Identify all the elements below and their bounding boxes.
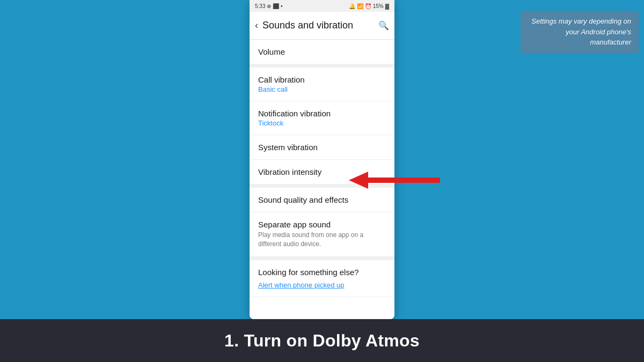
- status-icons: ⊕ ⬛ •: [267, 3, 282, 9]
- search-icon[interactable]: 🔍: [378, 20, 389, 31]
- notification-vibration-subtitle: Ticktock: [258, 119, 386, 127]
- status-bar: 5:33 ⊕ ⬛ • 🔔 📶 ⏰ 15% ▓: [250, 0, 394, 12]
- disclaimer-box: Settings may vary depending on your Andr…: [521, 11, 639, 53]
- looking-title: Looking for something else?: [258, 268, 386, 277]
- separate-app-sound-desc: Play media sound from one app on a diffe…: [258, 231, 386, 249]
- status-battery: 15%: [373, 3, 384, 9]
- phone-frame: 5:33 ⊕ ⬛ • 🔔 📶 ⏰ 15% ▓ ‹ Sounds and vibr…: [250, 0, 394, 319]
- volume-title: Volume: [258, 47, 386, 56]
- disclaimer-text: Settings may vary depending on your Andr…: [531, 17, 631, 46]
- status-time: 5:33: [255, 3, 265, 9]
- battery-icon: ▓: [385, 3, 389, 9]
- status-left: 5:33 ⊕ ⬛ •: [255, 3, 283, 9]
- bottom-bar-text: 1. Turn on Dolby Atmos: [224, 331, 420, 351]
- settings-item-looking: Looking for something else? Alert when p…: [250, 260, 394, 297]
- page-title: Sounds and vibration: [262, 20, 378, 31]
- sound-quality-title: Sound quality and effects: [258, 195, 386, 204]
- settings-item-separate-app-sound[interactable]: Separate app sound Play media sound from…: [250, 212, 394, 257]
- status-right: 🔔 📶 ⏰ 15% ▓: [349, 3, 389, 9]
- app-header: ‹ Sounds and vibration 🔍: [250, 12, 394, 40]
- red-arrow: [349, 171, 445, 190]
- notification-vibration-title: Notification vibration: [258, 109, 386, 118]
- system-vibration-title: System vibration: [258, 143, 386, 152]
- settings-item-notification-vibration[interactable]: Notification vibration Ticktock: [250, 101, 394, 135]
- settings-item-sound-quality[interactable]: Sound quality and effects: [250, 188, 394, 212]
- status-signal: 🔔 📶 ⏰: [349, 3, 371, 9]
- looking-link[interactable]: Alert when phone picked up: [258, 281, 386, 289]
- svg-marker-1: [349, 172, 368, 189]
- back-button[interactable]: ‹: [255, 20, 258, 31]
- svg-rect-0: [365, 178, 440, 183]
- call-vibration-subtitle: Basic call: [258, 85, 386, 93]
- settings-item-call-vibration[interactable]: Call vibration Basic call: [250, 68, 394, 101]
- call-vibration-title: Call vibration: [258, 75, 386, 84]
- settings-item-system-vibration[interactable]: System vibration: [250, 135, 394, 160]
- settings-item-volume[interactable]: Volume: [250, 40, 394, 64]
- separate-app-sound-title: Separate app sound: [258, 220, 386, 229]
- bottom-bar: 1. Turn on Dolby Atmos: [0, 319, 644, 362]
